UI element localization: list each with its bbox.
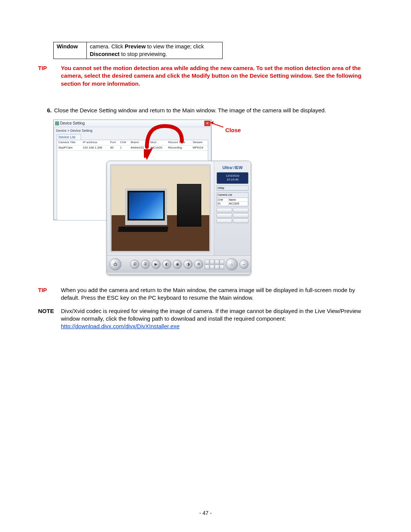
keyboard-icon — [118, 227, 168, 232]
play-button[interactable]: ▶ — [151, 260, 161, 269]
layout-button[interactable] — [220, 260, 224, 264]
snapshot-button[interactable]: ◉ — [173, 260, 182, 269]
ultraview-logo: UltraVIEW — [216, 165, 249, 171]
tip-label: TIP — [38, 286, 61, 302]
note-label: NOTE — [38, 307, 61, 331]
tip-label: TIP — [38, 64, 61, 88]
power-button[interactable]: ⏻ — [109, 258, 121, 270]
screenshot-composite: Device Setting ✕ Device > Device Setting… — [53, 120, 251, 275]
layout-button[interactable] — [220, 265, 224, 269]
layout-button[interactable] — [215, 260, 219, 264]
divx-link[interactable]: http://download.divx.com/divx/DivXInstal… — [61, 323, 180, 329]
layout-button[interactable] — [215, 265, 219, 269]
step-6-num: 6. — [38, 107, 54, 114]
layout-button[interactable] — [210, 260, 214, 264]
camera-list-box: Camera List CH#Name 01AIC1620 — [217, 192, 249, 206]
ultraview-toolbar: ⏻ ⦿ ⦿ ▶ ◐ ◉ ◑ ✲ ⌂ – — [107, 256, 251, 273]
side-button[interactable] — [217, 213, 232, 218]
side-button-group — [217, 208, 249, 223]
emap-box[interactable]: eMap — [217, 185, 249, 191]
breadcrumb: Device > Device Setting — [54, 127, 211, 134]
layout-grid-buttons — [205, 260, 224, 269]
settings-button[interactable]: ✲ — [194, 260, 203, 269]
minimize-button[interactable]: – — [239, 260, 249, 269]
ultraview-window: UltraVIEW 12/3/2010 15:19:40 eMap Camera… — [107, 161, 251, 275]
window-table: Window camera. Click Preview to view the… — [53, 42, 223, 59]
record-button[interactable]: ⦿ — [130, 260, 139, 269]
record-all-button[interactable]: ⦿ — [141, 260, 150, 269]
toolbar-button[interactable]: ◑ — [183, 260, 193, 269]
side-button[interactable] — [217, 219, 232, 223]
step-6-text: Close the Device Setting window and retu… — [54, 107, 373, 114]
app-icon — [55, 121, 59, 125]
device-list-table: Camera Title IP address Port CH# Brand M… — [57, 140, 208, 151]
window-table-right: camera. Click Preview to view the image;… — [87, 42, 223, 59]
layout-button[interactable] — [205, 260, 209, 264]
svg-marker-3 — [210, 121, 213, 125]
side-button[interactable] — [233, 219, 249, 223]
home-button[interactable]: ⌂ — [226, 258, 238, 270]
tip-2: TIP When you add the camera and return t… — [38, 286, 373, 302]
tip-1-text: You cannot set the motion detection area… — [61, 64, 373, 88]
side-button[interactable] — [217, 208, 232, 212]
note-text: Divx/Xvid codec is required for viewing … — [61, 307, 373, 331]
monitor-icon — [125, 189, 167, 225]
ultraview-sidebar: UltraVIEW 12/3/2010 15:19:40 eMap Camera… — [214, 161, 251, 256]
close-callout-label: Close — [225, 126, 241, 134]
datetime-display: 12/3/2010 15:19:40 — [217, 172, 249, 184]
note: NOTE Divx/Xvid codec is required for vie… — [38, 307, 373, 331]
page-number: - 47 - — [0, 510, 411, 517]
device-setting-titlebar: Device Setting — [54, 120, 211, 127]
layout-button[interactable] — [205, 265, 209, 269]
tip-1: TIP You cannot set the motion detection … — [38, 64, 373, 88]
tip-2-text: When you add the camera and return to th… — [61, 286, 373, 302]
close-button[interactable]: ✕ — [204, 121, 210, 126]
window-table-left: Window — [54, 42, 87, 59]
step-6: 6. Close the Device Setting window and r… — [38, 107, 373, 114]
camera-preview — [110, 164, 211, 252]
side-button[interactable] — [233, 213, 249, 218]
side-button[interactable] — [233, 208, 249, 212]
table-header-row: Camera Title IP address Port CH# Brand M… — [57, 140, 208, 145]
schedule-button[interactable]: ◐ — [162, 260, 171, 269]
close-pointer-line — [210, 121, 226, 128]
pc-tower-icon — [177, 184, 201, 227]
device-setting-title: Device Setting — [60, 121, 84, 126]
tab-device-list[interactable]: Device List — [57, 134, 81, 140]
table-row[interactable]: SkyIPCam 192.168.1.206 80 1 Airlink101 A… — [57, 145, 208, 150]
camera-list-row[interactable]: 01AIC1620 — [217, 202, 248, 206]
layout-button[interactable] — [210, 265, 214, 269]
